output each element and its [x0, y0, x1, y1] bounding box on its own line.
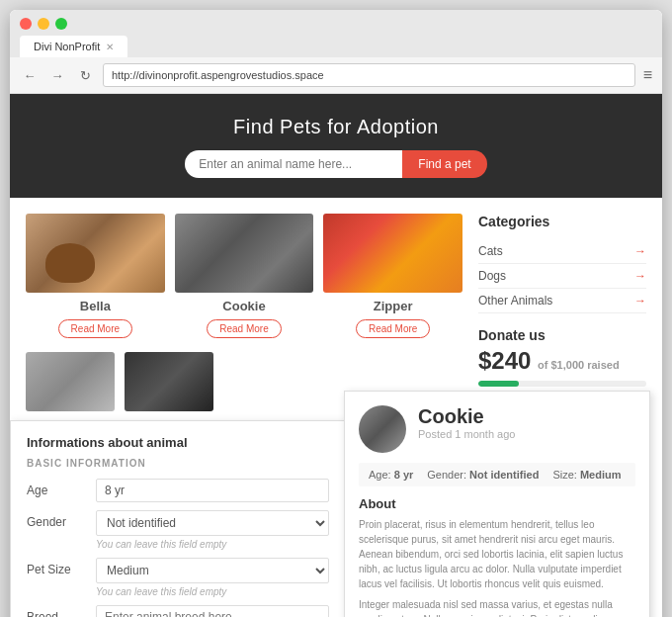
category-arrow-cats: → — [634, 244, 646, 258]
tab-close-icon[interactable]: ✕ — [106, 42, 114, 52]
hero-find-button[interactable]: Find a pet — [402, 150, 486, 178]
maximize-dot[interactable] — [55, 18, 67, 30]
gender-select-row: Not identified Male Female — [96, 510, 329, 536]
left-column: Bella Read More Cookie Read More Zipper … — [26, 214, 462, 412]
pet-name-cookie: Cookie — [175, 299, 314, 313]
progress-fill — [478, 381, 519, 387]
size-hint: You can leave this field empty — [96, 586, 329, 597]
detail-posted: Posted 1 month ago — [418, 428, 515, 440]
pet-name-bella: Bella — [26, 299, 165, 313]
browser-tab[interactable]: Divi NonProfit ✕ — [20, 36, 127, 57]
detail-avatar — [359, 405, 406, 453]
close-dot[interactable] — [20, 18, 32, 30]
form-row-size: Pet Size Medium Small Large You can leav… — [27, 558, 329, 597]
category-other[interactable]: Other Animals → — [478, 289, 646, 313]
detail-text-2: Integer malesuada nisl sed massa varius,… — [359, 597, 635, 617]
form-field-gender: Not identified Male Female You can leave… — [96, 510, 329, 550]
tab-title: Divi NonProfit — [34, 41, 100, 52]
meta-gender: Gender: Not identified — [427, 469, 539, 481]
partial-pet-2 — [125, 352, 213, 411]
browser-window: Divi NonProfit ✕ ← → ↻ ≡ Find Pets for A… — [10, 10, 662, 617]
pet-image-cookie — [175, 214, 314, 293]
browser-toolbar: ← → ↻ ≡ — [10, 57, 662, 94]
meta-gender-label: Gender: — [427, 469, 466, 481]
meta-gender-value: Not identified — [469, 469, 539, 481]
breed-input[interactable] — [96, 605, 329, 617]
url-bar[interactable] — [103, 63, 635, 87]
about-title: About — [359, 496, 635, 511]
size-select-row: Medium Small Large — [96, 558, 329, 583]
donate-amount: $240 of $1,000 raised — [478, 347, 646, 375]
donate-of: of $1,000 raised — [538, 359, 620, 371]
pet-cards: Bella Read More Cookie Read More Zipper … — [26, 214, 462, 338]
detail-header: Cookie Posted 1 month ago — [359, 405, 635, 453]
category-arrow-dogs: → — [634, 269, 646, 283]
detail-meta: Age: 8 yr Gender: Not identified Size: M… — [359, 463, 635, 486]
category-label-cats: Cats — [478, 244, 503, 258]
pet-name-zipper: Zipper — [323, 299, 462, 313]
detail-name: Cookie — [418, 405, 515, 428]
pet-card-zipper: Zipper Read More — [323, 214, 462, 338]
form-label-breed: Breed — [27, 605, 86, 617]
detail-info: Cookie Posted 1 month ago — [418, 405, 515, 440]
category-label-other: Other Animals — [478, 294, 552, 308]
browser-dots — [20, 18, 652, 30]
back-button[interactable]: ← — [20, 65, 40, 85]
form-row-gender: Gender Not identified Male Female You ca… — [27, 510, 329, 550]
gender-hint: You can leave this field empty — [96, 539, 329, 550]
pet-card-bella: Bella Read More — [26, 214, 165, 338]
gender-select[interactable]: Not identified Male Female — [96, 510, 329, 536]
read-more-bella[interactable]: Read More — [58, 319, 132, 338]
form-section-title: Informations about animal — [27, 435, 329, 450]
hero-search-input[interactable] — [185, 150, 402, 178]
read-more-cookie[interactable]: Read More — [207, 319, 281, 338]
category-label-dogs: Dogs — [478, 269, 506, 283]
category-dogs[interactable]: Dogs → — [478, 264, 646, 289]
form-row-breed: Breed — [27, 605, 329, 617]
pet-image-bella — [26, 214, 165, 293]
form-label-size: Pet Size — [27, 558, 86, 576]
partial-pet-1 — [26, 352, 115, 411]
detail-text-1: Proin placerat, risus in elementum hendr… — [359, 517, 635, 591]
hero-title: Find Pets for Adoption — [30, 116, 642, 138]
size-select[interactable]: Medium Small Large — [96, 558, 329, 583]
forward-button[interactable]: → — [47, 65, 67, 85]
category-cats[interactable]: Cats → — [478, 239, 646, 264]
form-field-age — [96, 479, 329, 502]
meta-size-value: Medium — [580, 469, 622, 481]
form-section-sub: BASIC INFORMATION — [27, 458, 329, 469]
donate-title: Donate us — [478, 327, 646, 343]
pet-detail-panel: Cookie Posted 1 month ago Age: 8 yr Gend… — [344, 391, 650, 617]
category-arrow-other: → — [634, 294, 646, 308]
form-row-age: Age — [27, 479, 329, 502]
browser-titlebar: Divi NonProfit ✕ — [10, 10, 662, 57]
form-field-breed — [96, 605, 329, 617]
menu-icon[interactable]: ≡ — [643, 66, 652, 84]
meta-size: Size: Medium — [552, 469, 621, 481]
meta-age: Age: 8 yr — [369, 469, 413, 481]
meta-age-label: Age: — [369, 469, 391, 481]
form-label-age: Age — [27, 479, 86, 497]
categories-title: Categories — [478, 214, 646, 229]
animal-form-panel: Informations about animal BASIC INFORMAT… — [10, 420, 346, 617]
progress-bar — [478, 381, 646, 387]
minimize-dot[interactable] — [38, 18, 49, 30]
reload-button[interactable]: ↻ — [75, 65, 95, 85]
form-label-gender: Gender — [27, 510, 86, 529]
hero-section: Find Pets for Adoption Find a pet — [10, 94, 662, 198]
browser-tabs: Divi NonProfit ✕ — [20, 36, 652, 57]
site-content: Find Pets for Adoption Find a pet Bella … — [10, 94, 662, 617]
pet-image-zipper — [323, 214, 462, 293]
read-more-zipper[interactable]: Read More — [356, 319, 430, 338]
pet-card-cookie: Cookie Read More — [175, 214, 314, 338]
form-field-size: Medium Small Large You can leave this fi… — [96, 558, 329, 597]
meta-size-label: Size: — [552, 469, 576, 481]
age-input[interactable] — [96, 479, 329, 502]
hero-search: Find a pet — [30, 150, 642, 178]
right-column: Categories Cats → Dogs → Other Animals →… — [478, 214, 646, 412]
meta-age-value: 8 yr — [394, 469, 414, 481]
